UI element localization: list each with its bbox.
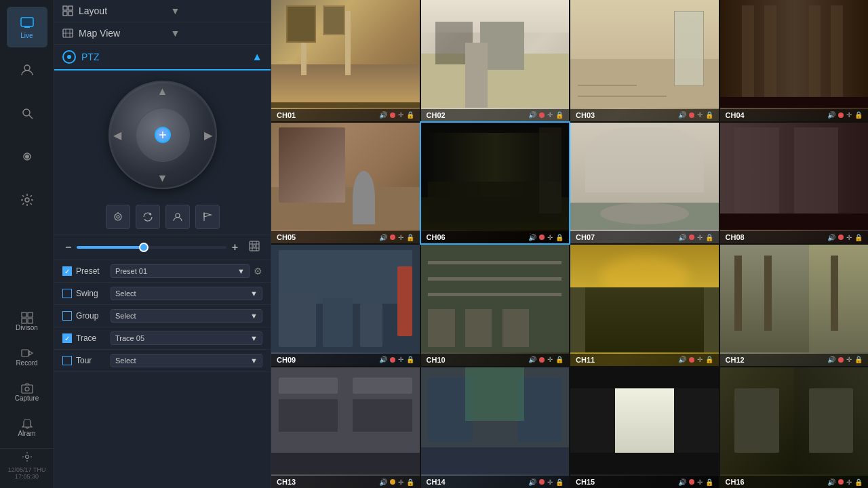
swing-value: Select [115,289,136,298]
tour-label: Tour [76,356,106,365]
camera-name-ch02: CH02 [427,111,446,119]
audio-icon-ch01: 🔊 [379,111,387,119]
camera-cell-ch04[interactable]: CH04 🔊 ✛ 🔒 [720,0,869,121]
camera-name-ch14: CH14 [427,478,446,486]
preset-value: Preset 01 [115,267,147,275]
lock-icon-ch13: 🔒 [406,479,414,486]
camera-cell-ch13[interactable]: CH13 🔊 ✛ 🔒 [271,367,420,489]
ptz-joystick[interactable]: ▲ ▼ ◀ ▶ [108,81,217,189]
zoom-minus-btn[interactable]: − [65,241,71,253]
joystick-up-icon[interactable]: ▲ [157,85,168,98]
ptz-ctrl-icon-ch08: ✛ [846,234,852,241]
svg-rect-12 [28,319,33,323]
camera-name-ch06: CH06 [427,233,446,241]
settings-small-icon[interactable] [22,451,33,462]
svg-line-5 [29,115,33,119]
svg-point-17 [25,455,28,459]
preset-checkbox[interactable] [62,266,72,276]
camera-grid: CH01 🔊 ✛ 🔒 CH02 🔊 ✛ [271,0,868,488]
camera-icons-ch05: 🔊 ✛ 🔒 [379,234,414,241]
zoom-row: − + [54,235,271,260]
layout-icon [62,5,73,16]
ptz-ctrl-icon-ch16: ✛ [846,479,852,486]
sidebar-item-live[interactable]: Live [7,7,47,47]
sidebar-item-settings[interactable] [7,180,47,221]
sidebar-item-record[interactable] [7,137,47,178]
camera-icons-ch04: 🔊 ✛ 🔒 [827,111,863,119]
preset-select[interactable]: Preset 01 ▼ [111,264,250,278]
lock-icon-ch10: 🔒 [555,356,564,363]
audio-icon-ch09: 🔊 [379,356,387,363]
zoom-slider[interactable] [77,246,226,249]
ptz-user-btn[interactable] [165,205,190,229]
audio-icon-ch14: 🔊 [528,479,536,486]
swing-select[interactable]: Select ▼ [111,287,262,300]
camera-label-ch10: CH10 🔊 ✛ 🔒 [421,354,570,366]
sidebar-item-divison[interactable]: Divison [7,304,47,338]
swing-select-arrow: ▼ [250,289,258,298]
joystick-down-icon[interactable]: ▼ [157,172,168,184]
camera-cell-ch08[interactable]: CH08 🔊 ✛ 🔒 [720,123,869,244]
group-checkbox[interactable] [62,311,72,321]
svg-point-16 [25,387,29,391]
ptz-iris-btn[interactable] [106,205,130,229]
preset-label: Preset [76,266,106,276]
ptz-section-header[interactable]: PTZ ▲ [54,45,271,70]
group-select[interactable]: Select ▼ [111,309,262,323]
swing-checkbox[interactable] [62,289,72,298]
group-value: Select [115,312,136,320]
preset-gear-btn[interactable]: ⚙ [254,266,262,277]
ptz-flag-btn[interactable] [195,205,220,229]
ptz-refresh-btn[interactable] [136,205,160,229]
camera-cell-ch07[interactable]: CH07 🔊 ✛ 🔒 [570,123,719,244]
svg-rect-15 [22,385,33,393]
camera-cell-ch09[interactable]: CH09 🔊 ✛ 🔒 [271,245,420,366]
camera-icons-ch16: 🔊 ✛ 🔒 [827,479,863,486]
zoom-plus-btn[interactable]: + [232,241,238,253]
camera-cell-ch02[interactable]: CH02 🔊 ✛ 🔒 [421,0,570,121]
capture-label: Capture [15,394,39,402]
joystick-left-icon[interactable]: ◀ [113,129,121,142]
audio-icon-ch04: 🔊 [827,111,835,119]
ptz-label: PTZ [81,52,252,62]
svg-point-37 [253,245,256,247]
trace-checkbox[interactable] [62,333,72,343]
camera-cell-ch06[interactable]: CH06 🔊 ✛ 🔒 [421,123,570,244]
camera-cell-ch05[interactable]: CH05 🔊 ✛ 🔒 [271,123,420,244]
svg-rect-21 [68,12,73,16]
camera-icons-ch14: 🔊 ✛ 🔒 [528,479,564,486]
joystick-center[interactable] [155,127,171,143]
camera-cell-ch11[interactable]: CH11 🔊 ✛ 🔒 [570,245,719,366]
camera-cell-ch15[interactable]: CH15 🔊 ✛ 🔒 [570,367,719,489]
timestamp: 12/05/17 THU 17:05:30 [0,465,54,481]
record-dot-ch08 [838,235,844,240]
ptz-icon [62,50,76,64]
map-view-dropdown[interactable]: Map View ▼ [54,22,271,45]
camera-cell-ch03[interactable]: CH03 🔊 ✛ 🔒 [570,0,719,121]
sidebar-item-record-btn[interactable]: Record [7,340,47,373]
sidebar-item-user[interactable] [7,50,47,91]
camera-cell-ch16[interactable]: CH16 🔊 ✛ 🔒 [720,367,869,489]
camera-cell-ch01[interactable]: CH01 🔊 ✛ 🔒 [271,0,420,121]
ptz-collapse-icon[interactable]: ▲ [252,51,262,63]
joystick-inner[interactable] [136,108,190,162]
lock-icon-ch07: 🔒 [705,234,713,241]
tour-select[interactable]: Select ▼ [111,354,262,367]
sidebar-item-alarm[interactable]: Alram [7,410,47,444]
svg-point-25 [115,214,121,220]
camera-name-ch07: CH07 [576,233,595,241]
camera-cell-ch10[interactable]: CH10 🔊 ✛ 🔒 [421,245,570,366]
layout-dropdown[interactable]: Layout ▼ [54,0,271,22]
ptz-ctrl-icon-ch15: ✛ [697,479,703,486]
trace-select[interactable]: Trace 05 ▼ [111,331,262,345]
camera-cell-ch14[interactable]: CH14 🔊 ✛ 🔒 [421,367,570,489]
joystick-right-icon[interactable]: ▶ [204,129,212,142]
tour-checkbox[interactable] [62,356,72,365]
camera-cell-ch12[interactable]: CH12 🔊 ✛ 🔒 [720,245,869,366]
sidebar-item-capture[interactable]: Capture [7,375,47,409]
camera-label-ch07: CH07 🔊 ✛ 🔒 [570,231,719,243]
sidebar-item-search[interactable] [7,94,47,134]
ptz-ctrl-icon-ch14: ✛ [547,479,553,486]
svg-point-29 [176,214,180,218]
zoom-area-btn[interactable] [249,241,260,254]
